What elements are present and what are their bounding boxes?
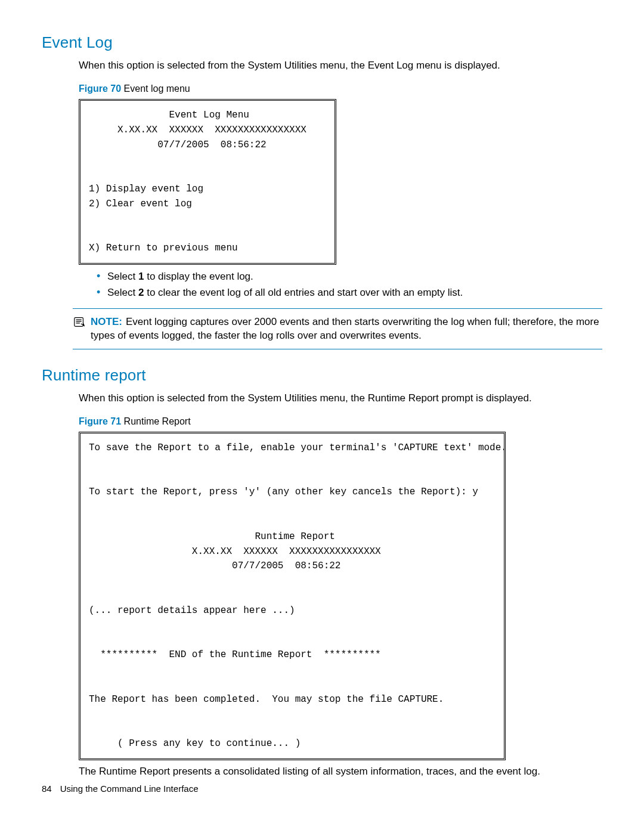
figure70-caption: Event log menu [121,83,190,94]
footer-section-title: Using the Command Line Interface [60,784,199,794]
note-text: Event logging captures over 2000 events … [91,316,599,342]
note-block: NOTE:Event logging captures over 2000 ev… [73,308,602,350]
bullet-text: to display the event log. [144,271,253,282]
page-footer: 84Using the Command Line Interface [42,784,198,794]
bullet-text: Select [107,271,138,282]
bullet-text: Select [107,287,138,298]
event-log-intro: When this option is selected from the Sy… [79,59,602,73]
runtime-closing: The Runtime Report presents a consolidat… [79,765,602,779]
heading-event-log: Event Log [42,33,602,52]
runtime-intro: When this option is selected from the Sy… [79,392,602,405]
runtime-body: When this option is selected from the Sy… [79,392,602,779]
figure71-screen: To save the Report to a file, enable you… [79,432,506,760]
heading-runtime-report: Runtime report [42,366,602,385]
figure70-label: Figure 70 Event log menu [79,83,602,94]
event-log-body: When this option is selected from the Sy… [79,59,602,300]
note-bottom-rule [73,349,602,349]
figure71-label: Figure 71 Runtime Report [79,416,602,427]
figure71-caption: Runtime Report [121,416,191,426]
bullet-select-2: Select 2 to clear the event log of all o… [97,286,602,300]
event-log-bullets: Select 1 to display the event log. Selec… [97,270,602,300]
figure70-screen: Event Log Menu X.XX.XX XXXXXX XXXXXXXXXX… [79,99,336,265]
note-body: NOTE:Event logging captures over 2000 ev… [73,309,602,349]
note-text-wrap: NOTE:Event logging captures over 2000 ev… [91,315,602,343]
bullet-select-1: Select 1 to display the event log. [97,270,602,284]
bullet-text: to clear the event log of all old entrie… [144,287,463,298]
figure71-number: Figure 71 [79,416,121,426]
document-page: Event Log When this option is selected f… [0,0,644,833]
note-icon [73,315,86,329]
note-label: NOTE: [91,316,122,327]
svg-rect-0 [75,317,83,326]
page-number: 84 [42,784,52,794]
figure70-number: Figure 70 [79,83,121,94]
